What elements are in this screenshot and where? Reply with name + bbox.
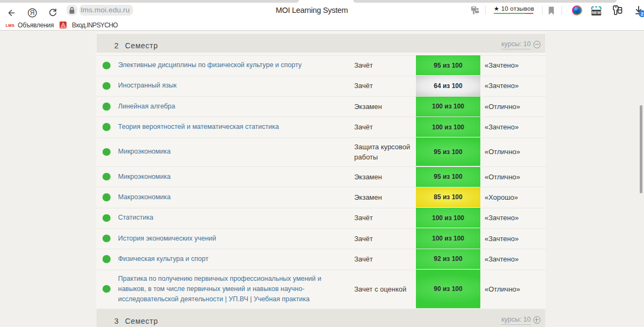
svg-text:Я: Я xyxy=(30,9,35,17)
svg-text:NEW: NEW xyxy=(592,10,601,15)
